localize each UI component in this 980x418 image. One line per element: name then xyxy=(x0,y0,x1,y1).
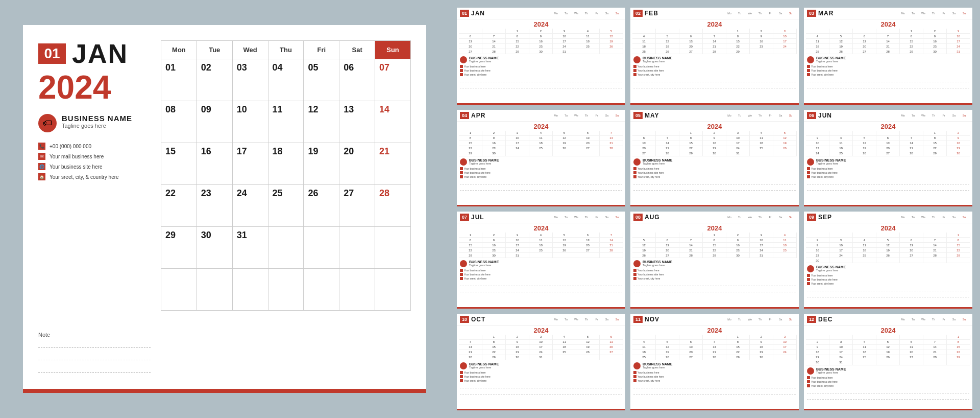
mini-num-oct: 10 xyxy=(460,316,469,323)
note-line-3 xyxy=(38,365,151,373)
mini-header-aug: 08AUGMoTuWeThFrSaSu xyxy=(630,212,799,223)
calendar-day-cell: 03 xyxy=(232,59,268,101)
mini-day-abbr: Su xyxy=(959,114,969,117)
mini-day-cell: 27 xyxy=(656,253,679,258)
mini-day-abbr: Fr xyxy=(592,12,602,15)
mini-day-cell: 26 xyxy=(829,49,853,54)
mini-day-cell: 12 xyxy=(553,136,576,141)
mini-year-nov: 2024 xyxy=(630,326,799,335)
mini-note-line xyxy=(807,187,969,191)
mini-day-cell: 31 xyxy=(506,253,529,258)
mini-day-cell: 4 xyxy=(553,335,576,339)
mini-day-abbr: Mo xyxy=(898,114,908,117)
mini-week-row: 891011121314 xyxy=(459,238,623,243)
day-header-mon: Mon xyxy=(161,41,197,59)
mini-header-jan: 01JANMoTuWeThFrSaSu xyxy=(457,8,625,19)
right-panel: 01JANMoTuWeThFrSaSu2024..123456789101112… xyxy=(449,0,980,418)
mini-day-cell: 9 xyxy=(529,34,553,38)
mini-day-cell: 26 xyxy=(876,355,900,360)
mini-contact-text: Your business here xyxy=(464,65,486,68)
mini-contact-icon xyxy=(633,273,636,276)
mini-week-row: .....12 xyxy=(806,131,970,136)
mini-day-cell: 19 xyxy=(876,248,900,252)
mini-day-cell: 22 xyxy=(679,146,703,151)
calendar-day-cell: 02 xyxy=(197,59,232,101)
mini-contact-text: Your business here xyxy=(638,65,659,68)
mini-header-nov: 11NOVMoTuWeThFrSaSu xyxy=(630,314,799,326)
mini-day-cell: 17 xyxy=(529,345,553,350)
mini-header-sep: 09SEPMoTuWeThFrSaSu xyxy=(804,212,972,223)
mini-day-cell: 17 xyxy=(773,39,797,43)
mini-week-row: 11121314151617 xyxy=(806,39,970,44)
mini-day-cell: . xyxy=(679,29,703,33)
mini-contact-text: Your sreet, city here xyxy=(811,175,834,178)
mini-day-cell: 25 xyxy=(632,355,656,360)
mini-day-cell: 5 xyxy=(600,29,623,33)
mini-day-cell: 11 xyxy=(553,340,576,344)
mini-day-cell: 5 xyxy=(876,340,900,344)
mini-contact-row: Your business site here xyxy=(807,380,969,383)
mini-day-cell: 11 xyxy=(806,39,829,43)
mini-day-cell: . xyxy=(656,131,679,135)
website-item: 🌐 Your business site here xyxy=(38,163,151,170)
mini-calendar-may: 05MAYMoTuWeThFrSaSu2024..123456789101112… xyxy=(630,110,799,207)
mini-contact-icon xyxy=(460,171,463,174)
mini-day-cell: 19 xyxy=(553,243,576,247)
mini-day-abbr: We xyxy=(571,114,581,117)
mini-note-line xyxy=(807,84,969,88)
mini-contact-icon xyxy=(460,269,463,272)
mini-day-cell: 20 xyxy=(679,44,703,49)
note-line-2 xyxy=(38,353,151,360)
mini-note xyxy=(630,383,799,402)
mini-week-row: ...1234 xyxy=(632,233,797,238)
mini-biz-logo xyxy=(633,158,641,166)
mini-day-cell: 18 xyxy=(806,44,829,49)
mini-day-cell: 24 xyxy=(806,151,829,156)
mini-day-cell: 10 xyxy=(773,340,797,344)
month-number-box: 01 xyxy=(38,43,66,64)
mini-day-cell: 25 xyxy=(529,248,553,252)
mini-contact-text: Your business site here xyxy=(811,278,838,281)
mini-day-cell: 29 xyxy=(482,355,506,360)
mini-contacts: Your business hereYour business site her… xyxy=(457,370,625,383)
mini-day-cell: 18 xyxy=(853,350,876,355)
mini-day-cell: 1 xyxy=(459,131,482,135)
calendar-day-cell: 20 xyxy=(339,143,375,185)
mini-day-abbr: Tu xyxy=(561,114,571,117)
mini-day-cell: 8 xyxy=(923,136,947,141)
mini-day-abbr: Sa xyxy=(602,114,612,117)
mini-day-cell: 30 xyxy=(750,355,773,360)
mini-day-abbr: Tu xyxy=(734,318,745,321)
calendar-day-cell: 17 xyxy=(232,143,268,185)
day-header-wed: Wed xyxy=(232,41,268,59)
mini-note xyxy=(457,77,625,96)
mini-day-cell: 14 xyxy=(459,345,482,350)
mini-day-cell: . xyxy=(876,233,900,237)
mini-contact-row: Your sreet, city here xyxy=(460,175,622,178)
mini-contact-row: Your sreet, city here xyxy=(633,175,796,178)
mini-days-abbr-may: MoTuWeThFrSaSu xyxy=(724,114,796,117)
mini-week-row: 45678910 xyxy=(632,34,797,39)
mini-day-cell: 11 xyxy=(576,34,600,38)
mini-day-cell: 25 xyxy=(632,49,656,54)
mini-day-cell: 8 xyxy=(703,238,726,242)
mini-day-cell: 27 xyxy=(576,248,600,252)
mini-day-cell: 24 xyxy=(726,146,750,151)
mini-num-apr: 04 xyxy=(460,112,469,119)
mini-contact-row: Your sreet, city here xyxy=(633,379,796,382)
mini-day-abbr: Tu xyxy=(908,12,918,15)
mini-day-cell: 7 xyxy=(656,136,679,141)
mini-day-cell: 31 xyxy=(947,49,970,54)
mini-day-abbr: We xyxy=(918,12,928,15)
mini-day-cell: 10 xyxy=(829,243,853,247)
mini-week-row: 10111213141516 xyxy=(806,141,970,146)
mini-contact-row: Your business site here xyxy=(807,278,969,281)
mini-day-cell: 11 xyxy=(750,136,773,141)
mini-day-cell: 31 xyxy=(829,360,853,365)
mini-day-abbr: Su xyxy=(786,114,796,117)
mini-day-cell: 14 xyxy=(703,345,726,350)
mini-contact-row: Your business here xyxy=(460,269,622,272)
mini-day-cell: 19 xyxy=(876,350,900,355)
mini-day-cell: 22 xyxy=(726,350,750,355)
mini-day-cell: 18 xyxy=(529,243,553,247)
